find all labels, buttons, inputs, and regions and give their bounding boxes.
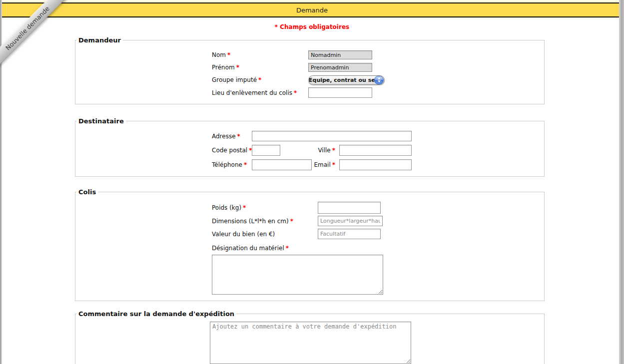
required-asterisk: * (235, 64, 239, 71)
required-asterisk: * (331, 161, 335, 168)
poids-label: Poids (kg)* (212, 204, 318, 211)
prenom-row: Prénom* (212, 62, 539, 72)
code-postal-label: Code postal* (212, 147, 252, 154)
valeur-label: Valeur du bien (en €) (212, 231, 318, 238)
prenom-field[interactable] (308, 63, 372, 72)
adresse-label: Adresse* (212, 133, 252, 140)
designation-label: Désignation du matériel* (212, 245, 289, 252)
colis-legend: Colis (76, 188, 98, 196)
required-note: * Champs obligatoires (0, 23, 624, 31)
required-asterisk: * (292, 89, 297, 96)
valeur-field[interactable] (318, 229, 381, 239)
dimensions-row: Dimensions (L*l*h en cm)* (212, 216, 539, 226)
groupe-label: Groupe imputé* (212, 76, 308, 83)
destinataire-legend: Destinataire (76, 117, 126, 125)
required-asterisk: * (226, 51, 230, 58)
arrow-down-icon (378, 80, 381, 82)
title-bar: Demande (0, 2, 624, 17)
valeur-row: Valeur du bien (en €) (212, 229, 539, 239)
lieu-label: Lieu d'enlèvement du colis* (212, 89, 308, 96)
commentaire-legend: Commentaire sur la demande d'expédition (76, 310, 236, 318)
required-asterisk: * (284, 245, 289, 252)
commentaire-textarea[interactable] (210, 322, 411, 364)
required-asterisk: * (247, 147, 252, 154)
nom-field[interactable] (308, 50, 372, 59)
colis-section: Colis Poids (kg)* Dimensions (L*l*h en c… (75, 188, 545, 301)
code-postal-ville-row: Code postal* Ville* (212, 145, 412, 156)
groupe-select-value: Equipe, contrat ou service (309, 77, 374, 83)
ville-label: Ville* (280, 147, 339, 154)
designation-label-row: Désignation du matériel* (212, 243, 539, 253)
telephone-field[interactable] (252, 159, 312, 170)
dimensions-field[interactable] (318, 216, 383, 226)
required-asterisk: * (331, 147, 335, 154)
select-stepper-icon (374, 76, 384, 84)
required-asterisk: * (289, 218, 293, 225)
poids-row: Poids (kg)* (212, 202, 539, 214)
lieu-field[interactable] (308, 87, 372, 98)
page-title: Demande (296, 6, 328, 14)
lieu-row: Lieu d'enlèvement du colis* (212, 87, 539, 98)
window-edge-right (619, 0, 624, 364)
required-asterisk: * (242, 161, 247, 168)
adresse-field[interactable] (252, 131, 412, 141)
code-postal-field[interactable] (252, 145, 280, 156)
dimensions-label: Dimensions (L*l*h en cm)* (212, 218, 318, 225)
ville-field[interactable] (339, 145, 412, 156)
nom-row: Nom* (212, 50, 539, 60)
destinataire-section: Destinataire Adresse* Code postal* Ville… (75, 117, 545, 177)
required-asterisk: * (236, 133, 240, 140)
email-field[interactable] (339, 159, 412, 170)
demandeur-section: Demandeur Nom* Prénom* Groupe imputé* Eq… (75, 36, 545, 104)
title-bar-fade (0, 17, 624, 19)
required-asterisk: * (241, 204, 246, 211)
adresse-row: Adresse* (212, 131, 412, 141)
window-edge-left (0, 0, 2, 364)
telephone-label: Téléphone* (212, 161, 252, 168)
groupe-row: Groupe imputé* Equipe, contrat ou servic… (212, 75, 539, 85)
arrow-up-icon (378, 77, 381, 79)
demandeur-legend: Demandeur (76, 36, 123, 44)
commentaire-section: Commentaire sur la demande d'expédition (75, 310, 545, 364)
email-label: Email* (312, 161, 339, 168)
prenom-label: Prénom* (212, 64, 308, 71)
poids-field[interactable] (318, 202, 381, 214)
required-asterisk: * (257, 76, 261, 83)
nom-label: Nom* (212, 51, 308, 58)
designation-textarea[interactable] (212, 255, 383, 295)
telephone-email-row: Téléphone* Email* (212, 159, 412, 170)
groupe-select[interactable]: Equipe, contrat ou service (308, 75, 385, 85)
